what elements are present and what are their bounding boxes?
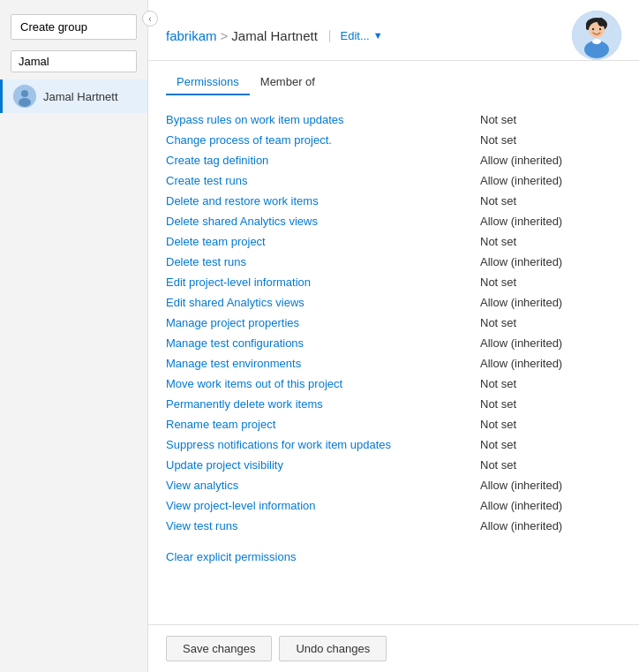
permission-value: Allow (inherited) <box>480 336 621 350</box>
permission-value: Not set <box>480 316 621 329</box>
save-changes-button[interactable]: Save changes <box>166 636 272 661</box>
table-row: Bypass rules on work item updatesNot set <box>166 109 621 130</box>
permission-value: Allow (inherited) <box>480 255 621 268</box>
breadcrumb-user: Jamal Hartnett <box>231 28 318 43</box>
sidebar: ‹ Create group Jamal Hartnett <box>0 0 148 672</box>
table-row: Rename team projectNot set <box>166 414 621 434</box>
permission-value: Not set <box>480 397 621 411</box>
permission-value: Allow (inherited) <box>480 296 621 309</box>
permission-value: Allow (inherited) <box>480 479 621 492</box>
permission-value: Not set <box>480 194 621 208</box>
table-row: Create test runsAllow (inherited) <box>166 170 621 191</box>
table-row: Delete and restore work itemsNot set <box>166 191 621 211</box>
tabs: Permissions Member of <box>148 70 639 95</box>
permission-name[interactable]: Manage test environments <box>166 357 480 370</box>
footer: Save changes Undo changes <box>148 624 639 672</box>
table-row: View analyticsAllow (inherited) <box>166 475 621 495</box>
create-group-button[interactable]: Create group <box>11 14 137 40</box>
table-row: Manage project propertiesNot set <box>166 313 621 333</box>
svg-point-2 <box>19 98 31 107</box>
undo-changes-button[interactable]: Undo changes <box>279 636 387 661</box>
permission-value: Not set <box>480 235 621 248</box>
permission-name[interactable]: Create tag definition <box>166 154 480 167</box>
permission-name[interactable]: Permanently delete work items <box>166 397 480 411</box>
avatar-main <box>572 11 621 60</box>
table-row: Suppress notifications for work item upd… <box>166 434 621 455</box>
permission-value: Not set <box>480 418 621 431</box>
clear-permissions-link[interactable]: Clear explicit permissions <box>166 550 621 563</box>
svg-point-1 <box>21 90 28 97</box>
chevron-down-icon: ▼ <box>373 30 383 41</box>
breadcrumb-separator: > <box>221 28 229 43</box>
permission-name[interactable]: Move work items out of this project <box>166 377 480 390</box>
permission-name[interactable]: Edit project-level information <box>166 276 480 289</box>
permission-name[interactable]: View project-level information <box>166 499 480 512</box>
permission-value: Allow (inherited) <box>480 174 621 187</box>
permission-value: Not set <box>480 438 621 451</box>
permission-value: Not set <box>480 276 621 289</box>
permission-name[interactable]: Manage test configurations <box>166 336 480 350</box>
permission-name[interactable]: Change process of team project. <box>166 133 480 147</box>
permission-value: Allow (inherited) <box>480 499 621 512</box>
permission-value: Allow (inherited) <box>480 215 621 228</box>
permission-name[interactable]: Manage project properties <box>166 316 480 329</box>
permission-name[interactable]: View analytics <box>166 479 480 492</box>
svg-point-10 <box>599 28 601 30</box>
table-row: Edit project-level informationNot set <box>166 272 621 292</box>
svg-point-8 <box>592 39 601 44</box>
tab-permissions[interactable]: Permissions <box>166 70 250 95</box>
permission-name[interactable]: Suppress notifications for work item upd… <box>166 438 480 451</box>
permission-value: Allow (inherited) <box>480 154 621 167</box>
permission-value: Allow (inherited) <box>480 519 621 532</box>
permission-name[interactable]: Delete team project <box>166 235 480 248</box>
permission-name[interactable]: Delete test runs <box>166 255 480 268</box>
breadcrumb-divider: | <box>328 28 332 42</box>
table-row: Delete team projectNot set <box>166 231 621 252</box>
permission-name[interactable]: Edit shared Analytics views <box>166 296 480 309</box>
table-row: Change process of team project.Not set <box>166 130 621 150</box>
permission-name[interactable]: View test runs <box>166 519 480 532</box>
permission-value: Allow (inherited) <box>480 357 621 370</box>
table-row: View project-level informationAllow (inh… <box>166 495 621 516</box>
permission-name[interactable]: Delete shared Analytics views <box>166 215 480 228</box>
permission-name[interactable]: Create test runs <box>166 174 480 187</box>
table-row: View test runsAllow (inherited) <box>166 516 621 536</box>
table-row: Edit shared Analytics viewsAllow (inheri… <box>166 292 621 313</box>
table-row: Move work items out of this projectNot s… <box>166 374 621 394</box>
table-row: Manage test environmentsAllow (inherited… <box>166 353 621 374</box>
breadcrumb-org[interactable]: fabrikam <box>166 28 217 43</box>
main-content: fabrikam > Jamal Hartnett | Edit... ▼ <box>148 0 639 672</box>
table-row: Update project visibilityNot set <box>166 455 621 475</box>
table-row: Delete shared Analytics viewsAllow (inhe… <box>166 211 621 231</box>
permission-name[interactable]: Rename team project <box>166 418 480 431</box>
permission-value: Not set <box>480 133 621 147</box>
table-row: Delete test runsAllow (inherited) <box>166 252 621 272</box>
search-input[interactable] <box>11 50 137 72</box>
header: fabrikam > Jamal Hartnett | Edit... ▼ <box>148 0 639 61</box>
breadcrumb: fabrikam > Jamal Hartnett | Edit... ▼ <box>166 27 565 44</box>
table-row: Manage test configurationsAllow (inherit… <box>166 333 621 353</box>
permission-value: Not set <box>480 377 621 390</box>
sidebar-user-name: Jamal Hartnett <box>43 90 118 103</box>
sidebar-user-item[interactable]: Jamal Hartnett <box>0 79 147 113</box>
permission-rows-container: Bypass rules on work item updatesNot set… <box>166 109 621 536</box>
permission-name[interactable]: Delete and restore work items <box>166 194 480 208</box>
permission-name[interactable]: Update project visibility <box>166 458 480 472</box>
collapse-button[interactable]: ‹ <box>142 11 158 26</box>
tab-member-of[interactable]: Member of <box>250 70 326 95</box>
table-row: Create tag definitionAllow (inherited) <box>166 150 621 170</box>
permission-value: Not set <box>480 113 621 126</box>
edit-button[interactable]: Edit... ▼ <box>335 27 387 44</box>
permission-name[interactable]: Bypass rules on work item updates <box>166 113 480 126</box>
permission-value: Not set <box>480 458 621 472</box>
table-row: Permanently delete work itemsNot set <box>166 394 621 414</box>
svg-point-9 <box>592 28 594 30</box>
permissions-list: Bypass rules on work item updatesNot set… <box>148 95 639 624</box>
avatar-small <box>13 85 36 108</box>
